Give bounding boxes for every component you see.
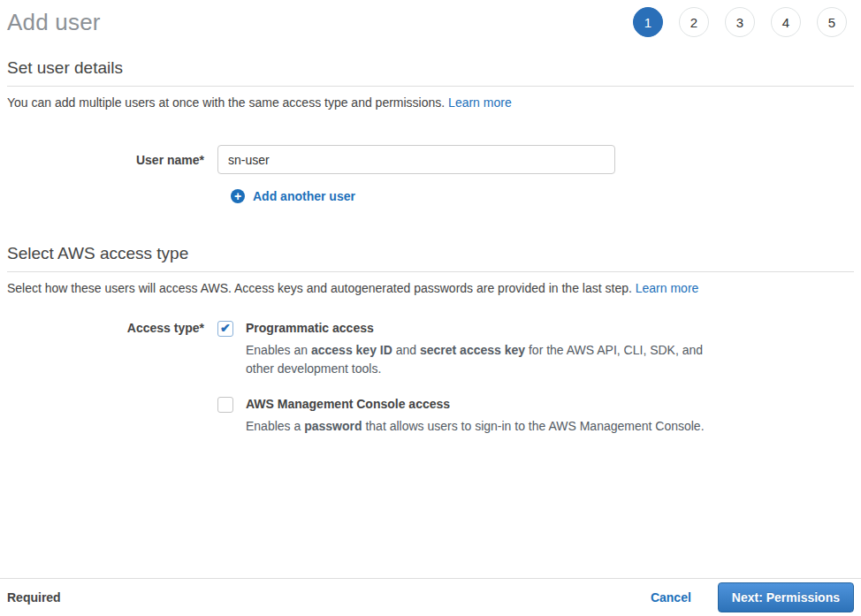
username-form-row: User name*: [7, 145, 854, 174]
cancel-button[interactable]: Cancel: [651, 590, 691, 605]
access-type-intro: Select how these users will access AWS. …: [7, 281, 854, 295]
wizard-footer: Required Cancel Next: Permissions: [0, 578, 861, 616]
access-type-intro-text: Select how these users will access AWS. …: [7, 281, 632, 295]
step-2-indicator: 2: [679, 7, 709, 37]
programmatic-access-checkbox[interactable]: [217, 321, 233, 337]
footer-actions: Cancel Next: Permissions: [651, 582, 854, 612]
add-another-user-button[interactable]: + Add another user: [231, 189, 854, 203]
programmatic-access-content: Programmatic access Enables an access ke…: [246, 321, 709, 378]
console-access-checkbox[interactable]: [217, 397, 233, 413]
user-details-heading: Set user details: [7, 58, 854, 87]
page-header: Add user 1 2 3 4 5: [7, 7, 854, 37]
username-label: User name*: [7, 153, 217, 167]
user-details-intro: You can add multiple users at once with …: [7, 95, 854, 110]
user-details-section: Set user details You can add multiple us…: [7, 58, 854, 203]
plus-circle-icon: +: [231, 189, 245, 203]
page-content: Add user 1 2 3 4 5 Set user details You …: [0, 7, 861, 436]
access-type-section: Select AWS access type Select how these …: [7, 244, 854, 436]
step-4-indicator: 4: [771, 7, 801, 37]
console-access-content: AWS Management Console access Enables a …: [246, 397, 705, 436]
console-access-description: Enables a password that allows users to …: [246, 417, 705, 436]
access-type-label: Access type*: [7, 321, 217, 436]
step-1-indicator: 1: [633, 7, 663, 37]
programmatic-access-description: Enables an access key ID and secret acce…: [246, 341, 709, 378]
access-type-form-row: Access type* Programmatic access Enables…: [7, 321, 854, 436]
required-label: Required: [7, 590, 61, 605]
user-details-learn-more-link[interactable]: Learn more: [448, 95, 512, 110]
access-type-options: Programmatic access Enables an access ke…: [217, 321, 709, 436]
add-another-user-label: Add another user: [253, 189, 355, 203]
console-access-option: AWS Management Console access Enables a …: [217, 397, 709, 436]
user-details-intro-text: You can add multiple users at once with …: [7, 95, 445, 110]
programmatic-access-option: Programmatic access Enables an access ke…: [217, 321, 709, 378]
access-type-heading: Select AWS access type: [7, 244, 854, 272]
username-input[interactable]: [217, 145, 615, 174]
console-access-title: AWS Management Console access: [246, 397, 705, 411]
wizard-step-indicator: 1 2 3 4 5: [633, 7, 847, 37]
access-type-learn-more-link[interactable]: Learn more: [636, 281, 699, 295]
programmatic-access-title: Programmatic access: [246, 321, 709, 335]
next-permissions-button[interactable]: Next: Permissions: [718, 582, 854, 612]
step-3-indicator: 3: [725, 7, 755, 37]
step-5-indicator: 5: [817, 7, 847, 37]
page-title: Add user: [7, 9, 101, 36]
